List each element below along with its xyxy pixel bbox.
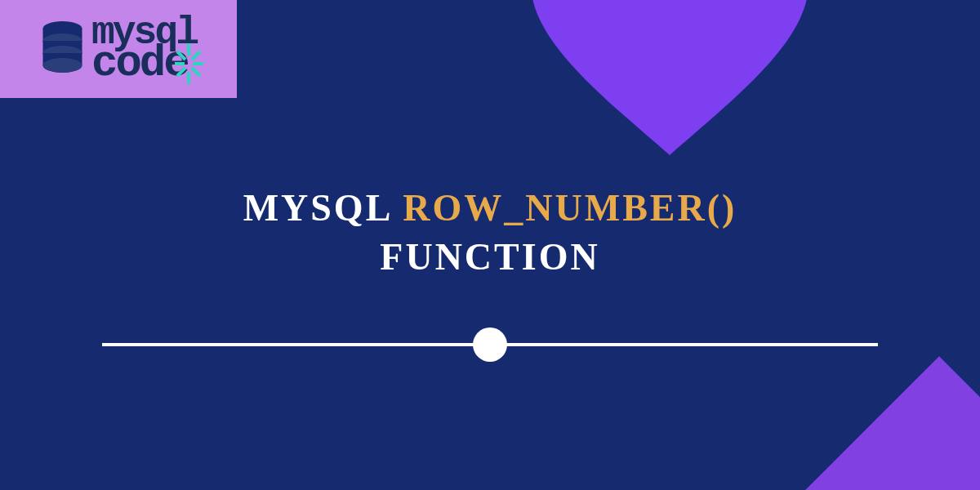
- title-part-mysql: MYSQL: [243, 187, 391, 229]
- logo-inner: mysql code: [40, 18, 197, 81]
- svg-point-3: [42, 58, 82, 73]
- database-icon: [40, 20, 85, 78]
- title-part-function-name: ROW_NUMBER(): [403, 187, 737, 229]
- logo-text-wrapper: mysql code: [91, 18, 197, 81]
- divider: [102, 328, 878, 361]
- page-title: MYSQL ROW_NUMBER() FUNCTION: [0, 184, 980, 282]
- logo-container: mysql code: [0, 0, 237, 98]
- divider-line-left: [102, 343, 474, 346]
- svg-line-7: [192, 68, 200, 76]
- svg-line-9: [177, 68, 185, 76]
- logo-code-text: code: [91, 47, 197, 81]
- sparkle-icon: [175, 43, 203, 84]
- svg-line-8: [192, 51, 200, 60]
- logo-code-label: code: [91, 38, 188, 88]
- divider-line-right: [506, 343, 878, 346]
- svg-line-6: [177, 51, 185, 60]
- bottom-decoration: [789, 356, 980, 490]
- title-container: MYSQL ROW_NUMBER() FUNCTION: [0, 184, 980, 282]
- title-part-function: FUNCTION: [380, 236, 599, 278]
- divider-circle: [473, 327, 507, 362]
- heart-decoration: [523, 0, 817, 163]
